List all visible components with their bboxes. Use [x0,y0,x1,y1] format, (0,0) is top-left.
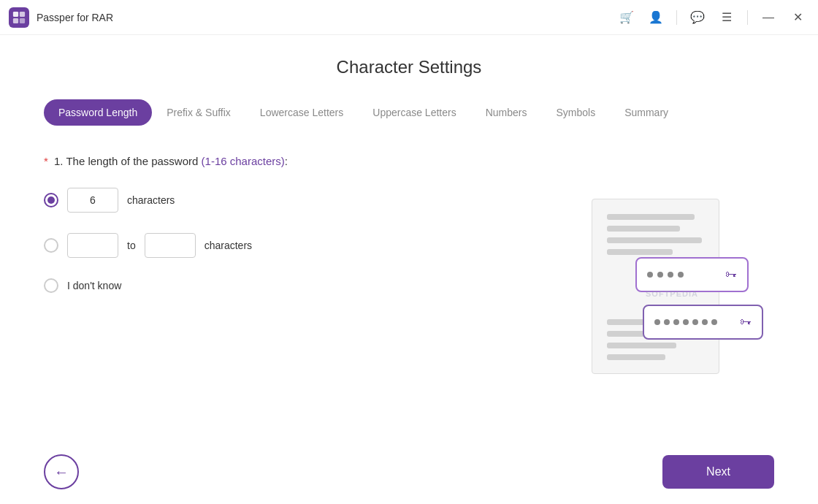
question-number: 1. The length of the password [54,155,202,167]
tab-symbols[interactable]: Symbols [541,99,610,126]
left-panel: * 1. The length of the password (1-16 ch… [44,155,540,432]
fixed-length-input[interactable] [67,188,118,213]
svg-rect-2 [13,18,18,23]
dot-8 [683,319,689,325]
right-panel: 🗝 🗝 SOFTPEDIA [570,155,774,432]
main-content: Character Settings Password Length Prefi… [0,35,818,447]
dot-10 [702,319,708,325]
question-colon: : [285,155,288,167]
required-marker: * [44,155,48,167]
svg-rect-0 [13,11,18,16]
range-characters-label: characters [204,240,252,251]
dot-5 [654,319,660,325]
back-button[interactable]: ← [44,454,79,489]
doc-line-1 [607,214,695,220]
close-button[interactable]: ✕ [786,6,809,29]
radio-fixed[interactable] [44,193,58,207]
app-title: Passper for RAR [37,12,615,23]
next-button[interactable]: Next [662,455,774,489]
doc-line-7 [607,343,676,348]
user-icon[interactable]: 👤 [644,6,668,29]
range-from-input[interactable] [67,233,118,258]
svg-rect-3 [20,18,25,23]
range-to-input[interactable] [145,233,196,258]
menu-icon[interactable]: ☰ [715,6,738,29]
radio-range[interactable] [44,238,58,253]
chat-icon[interactable]: 💬 [686,6,709,29]
cart-icon[interactable]: 🛒 [615,6,638,29]
illustration: 🗝 🗝 SOFTPEDIA [584,199,760,389]
tab-bar: Password Length Prefix & Suffix Lowercas… [44,99,774,126]
option-row-dont-know: I don't know [44,278,540,293]
doc-line-2 [607,226,680,232]
app-logo [9,7,29,28]
key-icon-1: 🗝 [725,268,737,281]
tab-numbers[interactable]: Numbers [471,99,542,126]
to-label: to [127,240,136,251]
option-row-fixed: characters [44,188,540,213]
content-area: * 1. The length of the password (1-16 ch… [44,155,774,432]
key-icon-2: 🗝 [740,316,752,329]
minimize-button[interactable]: — [757,6,780,29]
bottom-bar: ← Next [0,447,818,504]
fixed-label: characters [127,194,175,206]
dot-6 [664,319,670,325]
dot-9 [692,319,698,325]
tab-lowercase-letters[interactable]: Lowercase Letters [245,99,358,126]
separator-2 [747,10,748,25]
doc-line-8 [607,354,665,360]
password-box-1: 🗝 [635,257,749,292]
svg-rect-1 [20,11,25,16]
tab-password-length[interactable]: Password Length [44,99,152,126]
titlebar: Passper for RAR 🛒 👤 💬 ☰ — ✕ [0,0,818,35]
titlebar-icons: 🛒 👤 💬 ☰ — ✕ [615,6,809,29]
doc-line-3 [607,237,702,243]
dot-3 [668,272,673,278]
radio-dont-know[interactable] [44,278,58,293]
option-row-range: to characters [44,233,540,258]
tab-prefix-suffix[interactable]: Prefix & Suffix [152,99,245,126]
tab-uppercase-letters[interactable]: Uppercase Letters [358,99,470,126]
question-range: (1-16 characters) [202,155,285,167]
dot-4 [678,272,684,278]
tab-summary[interactable]: Summary [610,99,683,126]
dot-7 [673,319,679,325]
doc-line-4 [607,249,673,255]
page-title: Character Settings [44,57,774,77]
dont-know-label: I don't know [67,280,121,291]
dot-1 [647,272,653,278]
separator [676,10,677,25]
question-label: * 1. The length of the password (1-16 ch… [44,155,540,167]
password-box-2: 🗝 [643,305,763,340]
dot-11 [711,319,717,325]
dot-2 [657,272,663,278]
